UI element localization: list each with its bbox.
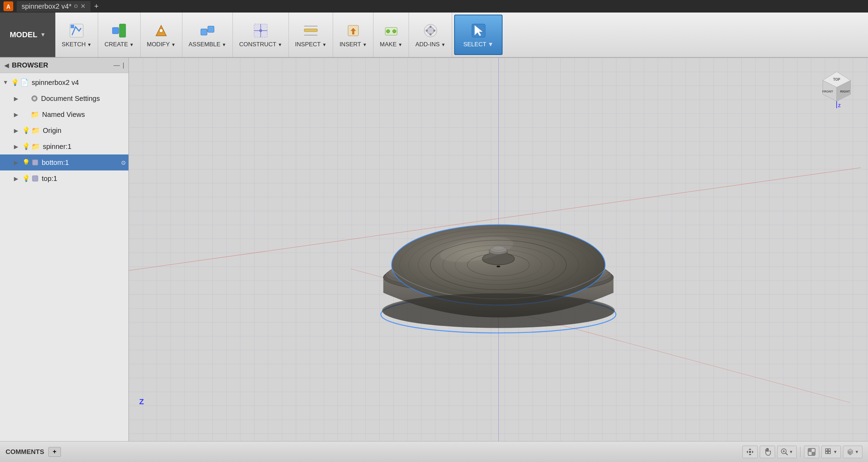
tree-item-spinner1[interactable]: ▶ 💡 📁 spinner:1 <box>0 138 128 154</box>
create-label: CREATE ▼ <box>104 41 134 48</box>
item-label: Origin <box>43 127 126 135</box>
comments-label: COMMENTS <box>6 448 44 456</box>
insert-icons <box>344 22 362 40</box>
sketch-group[interactable]: SKETCH ▼ <box>55 13 98 57</box>
select-button[interactable]: SELECT ▼ <box>454 15 503 55</box>
svg-rect-3 <box>71 25 74 28</box>
inspect-group[interactable]: INSPECT ▼ <box>289 13 333 57</box>
settings-icon <box>31 95 38 102</box>
3d-model[interactable] <box>359 145 638 354</box>
svg-point-67 <box>749 451 751 453</box>
visibility-icon[interactable]: 💡 <box>11 79 19 86</box>
modify-icon <box>152 22 170 40</box>
svg-rect-74 <box>812 452 815 455</box>
insert-group[interactable]: INSERT ▼ <box>333 13 373 57</box>
body-icon <box>31 175 39 182</box>
toolbar: MODEL ▼ SKETCH ▼ <box>0 13 868 58</box>
body-icon <box>31 159 39 166</box>
svg-text:A: A <box>6 4 10 10</box>
left-panel: ◀ BROWSER — | ▼ 💡 📄 spinnerbox2 v4 ▶ Doc… <box>0 58 129 441</box>
svg-rect-19 <box>352 31 354 34</box>
tree-item-origin[interactable]: ▶ 💡 📁 Origin <box>0 122 128 138</box>
assemble-icons <box>198 22 216 40</box>
grid-button[interactable]: ▼ <box>821 446 841 458</box>
svg-rect-4 <box>112 27 119 34</box>
visibility-icon[interactable]: 💡 <box>22 143 30 150</box>
svg-line-69 <box>786 453 788 455</box>
assemble-group[interactable]: ASSEMBLE ▼ <box>182 13 233 57</box>
browser-tree: ▼ 💡 📄 spinnerbox2 v4 ▶ Document Settings… <box>0 73 128 188</box>
svg-point-22 <box>393 30 396 33</box>
visibility-icon[interactable]: 💡 <box>22 175 30 182</box>
svg-point-25 <box>429 26 432 28</box>
viewport[interactable]: Z <box>129 58 868 441</box>
addins-icon <box>421 22 440 40</box>
item-label: top:1 <box>42 175 126 183</box>
select-icon <box>469 22 488 40</box>
divider <box>800 447 800 457</box>
expand-icon[interactable]: ▶ <box>14 127 22 134</box>
inspect-icon <box>302 22 320 40</box>
tree-item-doc-settings[interactable]: ▶ Document Settings <box>0 90 128 106</box>
hand-pan-button[interactable] <box>760 446 775 458</box>
browser-pin-button[interactable]: | <box>123 62 124 69</box>
pan-button[interactable] <box>742 446 758 458</box>
browser-controls: — | <box>113 62 124 69</box>
folder-icon: 📁 <box>31 126 40 135</box>
expand-icon[interactable]: ▶ <box>14 95 22 102</box>
browser-collapse-button[interactable]: ◀ <box>4 62 9 69</box>
visibility-icon[interactable]: 💡 <box>22 127 30 134</box>
construct-label: CONSTRUCT ▼ <box>239 41 282 48</box>
model-dropdown-arrow: ▼ <box>40 32 46 38</box>
svg-text:RIGHT: RIGHT <box>840 90 850 93</box>
modify-label: MODIFY ▼ <box>147 41 176 48</box>
tree-item-top1[interactable]: ▶ 💡 top:1 <box>0 170 128 186</box>
grid-arrow: ▼ <box>833 449 837 454</box>
zoom-button[interactable]: ▼ <box>777 446 797 458</box>
z-axis-label: Z <box>139 397 144 406</box>
zoom-arrow: ▼ <box>789 449 793 454</box>
sketch-arrow: ▼ <box>87 42 92 47</box>
display-mode-button[interactable] <box>804 446 819 458</box>
active-tab[interactable]: spinnerbox2 v4* ✕ <box>17 1 90 12</box>
construct-group[interactable]: CONSTRUCT ▼ <box>233 13 289 57</box>
sketch-icon <box>68 22 86 40</box>
svg-rect-5 <box>119 24 126 37</box>
browser-minimize-button[interactable]: — <box>113 62 120 69</box>
modify-group[interactable]: MODIFY ▼ <box>141 13 182 57</box>
expand-icon[interactable]: ▶ <box>14 159 22 166</box>
new-tab-button[interactable]: + <box>94 2 98 11</box>
tree-item-root[interactable]: ▼ 💡 📄 spinnerbox2 v4 <box>0 74 128 90</box>
model-menu-button[interactable]: MODEL ▼ <box>0 13 55 57</box>
target-badge: ⊙ <box>121 159 126 166</box>
svg-rect-76 <box>828 449 830 451</box>
svg-point-32 <box>33 97 36 100</box>
create-group[interactable]: CREATE ▼ <box>98 13 141 57</box>
folder-icon: 📁 <box>31 142 40 151</box>
expand-icon[interactable]: ▶ <box>14 143 22 150</box>
tree-item-named-views[interactable]: ▶ 📁 Named Views <box>0 106 128 122</box>
tree-item-bottom1[interactable]: ▶ 💡 bottom:1 ⊙ <box>0 154 128 170</box>
view-cube-button[interactable]: ▼ <box>843 446 862 458</box>
addins-group[interactable]: ADD-INS ▼ <box>409 13 452 57</box>
svg-text:Z: Z <box>838 103 841 108</box>
item-label: bottom:1 <box>42 159 120 167</box>
browser-title: BROWSER <box>12 61 48 69</box>
nav-cube-svg: TOP FRONT RIGHT Z <box>816 68 858 110</box>
expand-icon[interactable]: ▼ <box>3 79 11 86</box>
folder-icon: 📄 <box>20 78 29 87</box>
expand-icon[interactable]: ▶ <box>14 175 22 182</box>
make-group[interactable]: MAKE ▼ <box>373 13 409 57</box>
make-icons <box>382 22 400 40</box>
navigation-cube[interactable]: TOP FRONT RIGHT Z <box>816 68 858 110</box>
svg-rect-33 <box>32 160 38 165</box>
close-tab-button[interactable]: ✕ <box>80 2 86 10</box>
select-label: SELECT ▼ <box>463 41 494 48</box>
svg-point-54 <box>497 265 500 267</box>
add-comment-button[interactable]: + <box>48 447 61 457</box>
svg-point-27 <box>426 30 428 32</box>
visibility-icon[interactable]: 💡 <box>22 159 30 166</box>
bottom-bar: COMMENTS + ▼ <box>0 441 868 462</box>
expand-icon[interactable]: ▶ <box>14 111 22 118</box>
browser-header: ◀ BROWSER — | <box>0 58 128 73</box>
